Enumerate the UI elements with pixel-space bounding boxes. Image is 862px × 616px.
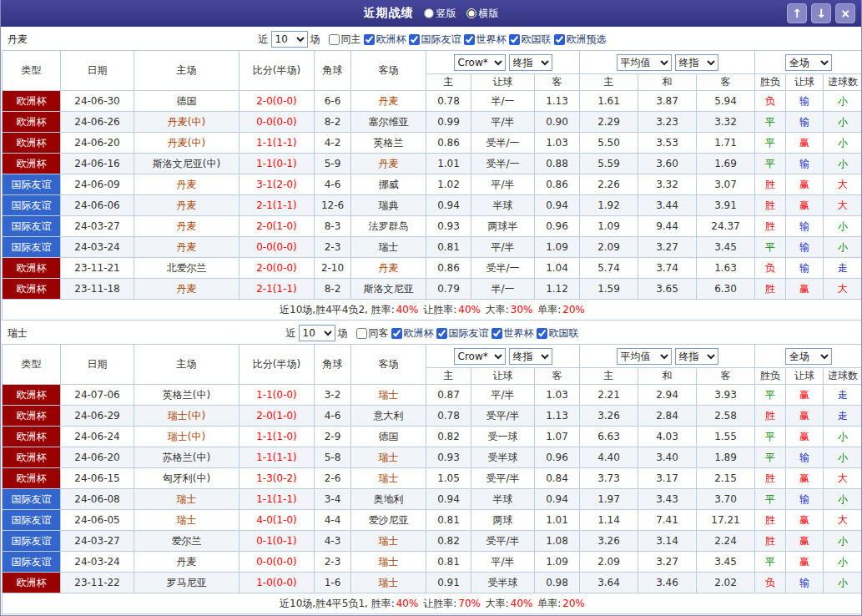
result-win-draw-loss: 平 xyxy=(755,237,786,258)
home-team: 丹麦(中) xyxy=(134,133,239,154)
match-row: 欧洲杯24-06-26丹麦(中)0-0(0-0)8-2塞尔维亚0.99平/半0.… xyxy=(3,112,862,133)
handicap-home-odds: 0.81 xyxy=(426,237,471,258)
handicap-line: 半球 xyxy=(471,489,535,510)
competition-checkbox-4[interactable]: 欧洲预选 xyxy=(554,33,607,47)
handicap-away-odds: 0.96 xyxy=(535,447,580,468)
match-score: 2-0(0-0) xyxy=(239,91,315,112)
competition-badge: 欧洲杯 xyxy=(3,112,61,133)
handicap-line: 受半/一 xyxy=(471,133,535,154)
avg-away-odds: 3.70 xyxy=(697,489,755,510)
odds-time-select[interactable]: 终指 xyxy=(509,54,552,71)
avg-away-odds: 2.15 xyxy=(697,468,755,489)
match-row: 欧洲杯24-06-20苏格兰(中)1-1(1-1)5-8瑞士0.93受半球0.9… xyxy=(3,447,862,468)
home-team: 北爱尔兰 xyxy=(134,258,239,279)
competition-checkbox-0-input[interactable] xyxy=(391,328,402,339)
avg-time-select[interactable]: 终指 xyxy=(675,348,718,365)
competition-checkbox-1-input[interactable] xyxy=(409,34,420,45)
home-team: 丹麦 xyxy=(134,216,239,237)
result-goals: 小 xyxy=(824,531,862,552)
avg-draw-odds: 3.27 xyxy=(638,552,697,573)
avg-home-odds: 1.09 xyxy=(580,216,638,237)
match-score: 2-0(0-0) xyxy=(239,258,315,279)
competition-checkbox-0[interactable]: 欧洲杯 xyxy=(364,33,406,47)
handicap-home-odds: 1.02 xyxy=(426,174,471,195)
competition-checkbox-1-input[interactable] xyxy=(436,328,447,339)
summary-row: 近10场,胜4平4负2, 胜率:40% 让胜率:40% 大率:30% 单率:20… xyxy=(3,300,862,321)
recent-label: 近 xyxy=(286,326,296,341)
summary-row: 近10场,胜4平5负1, 胜率:40% 让胜率:70% 大率:40% 单率:20… xyxy=(3,593,862,614)
match-row: 国际友谊24-06-09丹麦3-1(2-0)4-6挪威1.02平/半0.862.… xyxy=(3,174,862,195)
match-row: 欧洲杯24-06-16斯洛文尼亚(中)1-1(0-1)5-9丹麦1.01受半/一… xyxy=(3,154,862,174)
summary-percent: 70% xyxy=(458,598,481,609)
avg-time-select[interactable]: 终指 xyxy=(675,54,718,71)
odds-company-select[interactable]: Crow* xyxy=(454,54,506,71)
result-goals: 大 xyxy=(824,468,862,489)
handicap-away-odds: 1.03 xyxy=(535,133,580,154)
competition-checkbox-3-input[interactable] xyxy=(509,34,520,45)
handicap-away-odds: 1.09 xyxy=(535,552,580,573)
layout-option-horizontal[interactable]: 横版 xyxy=(466,7,499,21)
competition-checkbox-1[interactable]: 国际友谊 xyxy=(409,33,461,47)
result-win-draw-loss: 胜 xyxy=(755,510,786,531)
fulltime-select[interactable]: 全场 xyxy=(785,54,832,71)
away-team: 瑞士 xyxy=(351,447,426,468)
competition-checkbox-3[interactable]: 欧国联 xyxy=(509,33,552,47)
handicap-away-odds: 0.86 xyxy=(535,174,580,195)
move-down-button[interactable]: ↓ xyxy=(811,3,831,23)
vertical-layout-radio[interactable] xyxy=(424,8,434,18)
avg-draw-odds: 3.53 xyxy=(638,133,697,154)
same-venue-checkbox-input[interactable] xyxy=(356,328,367,339)
score-text: 3-1(2-0) xyxy=(256,179,297,190)
match-filter: 近10场同主欧洲杯国际友谊世界杯欧国联欧洲预选 xyxy=(256,31,607,48)
same-venue-checkbox-input[interactable] xyxy=(329,34,340,45)
result-win-draw-loss: 平 xyxy=(755,112,786,133)
avg-draw-odds: 7.41 xyxy=(638,510,697,531)
col-header-score: 比分(半场) xyxy=(239,51,315,91)
fulltime-select[interactable]: 全场 xyxy=(785,348,832,365)
recent-label: 近 xyxy=(259,33,269,47)
same-venue-checkbox[interactable]: 同客 xyxy=(356,326,389,341)
avg-company-select[interactable]: 平均值 xyxy=(617,348,672,365)
team-section: 瑞士近10场同客欧洲杯国际友谊世界杯欧国联类型日期主场比分(半场)角球客场Cro… xyxy=(1,322,861,614)
competition-checkbox-2-input[interactable] xyxy=(464,34,475,45)
avg-company-select[interactable]: 平均值 xyxy=(617,54,672,71)
competition-checkbox-0[interactable]: 欧洲杯 xyxy=(391,326,434,341)
same-venue-checkbox[interactable]: 同主 xyxy=(329,33,361,47)
results-table: 类型日期主场比分(半场)角球客场Crow*终指平均值终指全场主让球客主和客胜负让… xyxy=(2,50,862,321)
competition-checkbox-3-input[interactable] xyxy=(537,328,547,339)
avg-home-odds: 2.09 xyxy=(580,552,638,573)
competition-checkbox-2-input[interactable] xyxy=(491,328,502,339)
competition-checkbox-2[interactable]: 世界杯 xyxy=(464,33,507,47)
match-count-select[interactable]: 10 xyxy=(271,31,308,48)
fulltime-group: 全场 xyxy=(755,51,862,74)
layout-option-vertical[interactable]: 竖版 xyxy=(424,7,456,21)
handicap-away-odds: 0.90 xyxy=(535,112,580,133)
result-goals: 小 xyxy=(824,112,862,133)
score-text: 1-1(1-1) xyxy=(256,137,297,149)
avg-home-odds: 2.09 xyxy=(580,237,638,258)
competition-checkbox-2[interactable]: 世界杯 xyxy=(491,326,534,341)
odds-time-select[interactable]: 终指 xyxy=(509,348,552,365)
competition-checkbox-3[interactable]: 欧国联 xyxy=(537,326,579,341)
competition-checkbox-0-input[interactable] xyxy=(364,34,375,45)
move-up-button[interactable]: ↑ xyxy=(787,3,807,23)
competition-checkbox-1[interactable]: 国际友谊 xyxy=(436,326,489,341)
handicap-line: 半/一 xyxy=(471,279,535,300)
avg-draw-odds: 3.87 xyxy=(638,91,697,112)
competition-checkbox-4-input[interactable] xyxy=(554,34,565,45)
close-button[interactable]: × xyxy=(835,3,855,23)
result-win-draw-loss: 胜 xyxy=(755,174,786,195)
odds-company-select[interactable]: Crow* xyxy=(454,348,506,365)
match-row: 国际友谊24-06-05瑞士4-0(1-0)4-4爱沙尼亚0.81两球1.011… xyxy=(3,510,862,531)
match-count-select[interactable]: 10 xyxy=(299,325,335,341)
match-score: 1-1(1-1) xyxy=(239,133,315,154)
match-row: 欧洲杯23-11-22罗马尼亚1-0(0-0)1-6瑞士0.91受半球0.983… xyxy=(3,573,862,593)
match-date: 24-03-24 xyxy=(61,237,134,258)
avg-home-odds: 5.50 xyxy=(580,133,638,154)
window-buttons: ↑ ↓ × xyxy=(787,3,861,23)
same-venue-checkbox-label: 同客 xyxy=(369,326,389,341)
horizontal-layout-radio[interactable] xyxy=(466,8,476,18)
score-text: 2-1(1-1) xyxy=(256,199,297,211)
avg-draw-odds: 3.74 xyxy=(638,258,697,279)
match-score: 1-3(0-2) xyxy=(239,468,315,489)
